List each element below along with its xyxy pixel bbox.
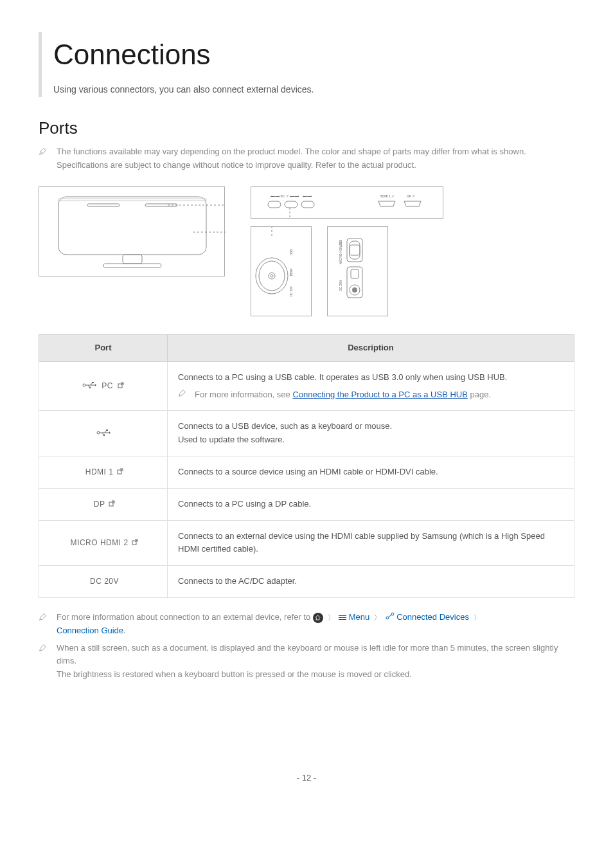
svg-rect-4 — [87, 204, 120, 206]
table-row: PC Connects to a PC using a USB cable. I… — [39, 361, 574, 411]
page-title: Connections — [53, 32, 574, 77]
svg-rect-30 — [350, 245, 360, 255]
usb-icon — [82, 380, 96, 392]
svg-text:HDMI 1 ↗: HDMI 1 ↗ — [380, 194, 394, 198]
svg-text:DP ↗: DP ↗ — [407, 194, 414, 198]
pencil-icon — [39, 611, 48, 622]
svg-text:MICRO HDMI 2: MICRO HDMI 2 — [339, 242, 342, 264]
svg-point-20 — [271, 275, 273, 277]
svg-point-35 — [83, 384, 85, 386]
table-row: Connects to a USB device, such as a keyb… — [39, 411, 574, 457]
pencil-icon — [178, 389, 187, 401]
port-label: HDMI 1 — [85, 466, 114, 478]
external-icon — [117, 466, 123, 478]
table-row: DP Connects to a PC using a DP cable. — [39, 488, 574, 520]
svg-point-17 — [256, 258, 288, 294]
description-cell: Connects to an external device using the… — [168, 520, 574, 566]
intro-note: The functions available may vary dependi… — [39, 145, 574, 172]
svg-text:USB: USB — [290, 249, 293, 255]
port-cell: PC — [39, 361, 168, 411]
svg-rect-1 — [58, 199, 206, 201]
menu-icon — [339, 614, 346, 621]
port-label: DC 20V — [90, 575, 119, 588]
description-cell: Connects to the AC/DC adapter. — [168, 566, 574, 598]
desc-text: Connects to a PC using a USB cable. It o… — [178, 371, 564, 384]
desc-text: Connects to a USB device, such as a keyb… — [178, 420, 564, 433]
chevron-right-icon: 〉 — [328, 613, 335, 621]
title-block: Connections Using various connectors, yo… — [39, 32, 574, 97]
footer-note-2-text: When a still screen, such as a document,… — [57, 642, 574, 682]
svg-rect-34 — [351, 269, 359, 278]
bottom-power-diagram: USB HDMI DC 20V — [251, 226, 312, 316]
page-subtitle: Using various connectors, you can also c… — [53, 82, 574, 96]
svg-text:DC 20V: DC 20V — [290, 286, 293, 296]
ports-table: Port Description PC Connects to a PC usi… — [39, 334, 574, 598]
port-cell: DC 20V — [39, 566, 168, 598]
footer-note-2: When a still screen, such as a document,… — [39, 642, 574, 682]
note1-suffix: . — [123, 626, 126, 635]
svg-rect-31 — [347, 267, 362, 298]
description-cell: Connects to a source device using an HDM… — [168, 456, 574, 488]
port-label: DP — [94, 498, 105, 511]
usb-hub-link[interactable]: Connecting the Product to a PC as a USB … — [292, 390, 467, 399]
note2-line2: The brightness is restored when a keyboa… — [57, 668, 574, 682]
table-row: HDMI 1 Connects to a source device using… — [39, 456, 574, 488]
page-number: - 12 - — [39, 772, 574, 785]
svg-rect-46 — [106, 429, 108, 431]
side-ports-diagram: USB MICRO HDMI 2 DC 20V — [327, 226, 388, 316]
table-header-port: Port — [39, 334, 168, 361]
note1-prefix: For more information about connection to… — [57, 612, 313, 622]
connected-devices-label: Connected Devices — [396, 612, 469, 622]
usb-icon — [96, 428, 111, 440]
svg-point-42 — [97, 431, 100, 434]
svg-text:⟵⟶ PC ↗: ⟵⟶ PC ↗ — [271, 194, 289, 198]
description-cell: Connects to a USB device, such as a keyb… — [168, 411, 574, 457]
port-cell — [39, 411, 168, 457]
chevron-right-icon: 〉 — [374, 613, 381, 621]
svg-point-18 — [259, 261, 285, 291]
port-cell: DP — [39, 488, 168, 520]
port-label: PC — [102, 380, 113, 392]
table-header-description: Description — [168, 334, 574, 361]
description-cell: Connects to a PC using a USB cable. It o… — [168, 361, 574, 411]
svg-text:HDMI: HDMI — [290, 268, 293, 276]
connection-guide-label: Connection Guide — [57, 626, 123, 635]
footer-note-1-text: For more information about connection to… — [57, 611, 483, 638]
table-row: MICRO HDMI 2 Connects to an external dev… — [39, 520, 574, 566]
svg-point-19 — [269, 273, 275, 279]
desc-subnote: For more information, see Connecting the… — [195, 388, 491, 402]
monitor-diagram — [39, 186, 225, 276]
svg-rect-39 — [92, 382, 94, 383]
svg-rect-2 — [123, 255, 142, 264]
footer-note-1: For more information about connection to… — [39, 611, 574, 638]
port-cell: HDMI 1 — [39, 456, 168, 488]
menu-label: Menu — [349, 612, 370, 622]
intro-note-text: The functions available may vary dependi… — [57, 145, 574, 172]
svg-text:DC 20V: DC 20V — [339, 280, 342, 291]
description-cell: Connects to a PC using a DP cable. — [168, 488, 574, 520]
connected-devices-icon — [386, 611, 395, 624]
section-heading-ports: Ports — [39, 115, 574, 142]
svg-rect-12 — [285, 201, 298, 208]
pencil-icon — [39, 642, 48, 653]
note2-line1: When a still screen, such as a document,… — [57, 642, 574, 669]
external-icon — [118, 380, 124, 392]
port-label: MICRO HDMI 2 — [71, 537, 129, 549]
subnote-prefix: For more information, see — [195, 390, 292, 399]
chevron-right-icon: 〉 — [474, 613, 481, 621]
top-ports-diagram: ⟵⟶ PC ↗ ⟵⟶ ⟵⟶ HDMI 1 ↗ DP ↗ — [251, 186, 443, 219]
external-icon — [109, 498, 115, 511]
svg-line-53 — [388, 615, 391, 617]
pencil-icon — [39, 145, 48, 157]
svg-point-33 — [352, 287, 357, 293]
svg-text:⟵⟶: ⟵⟶ — [290, 194, 299, 198]
svg-text:⟵⟶: ⟵⟶ — [303, 194, 312, 198]
table-row: DC 20V Connects to the AC/DC adapter. — [39, 566, 574, 598]
svg-rect-13 — [301, 201, 314, 208]
subnote-suffix: page. — [468, 390, 491, 399]
desc-text-2: Used to update the software. — [178, 433, 564, 447]
port-diagrams: ⟵⟶ PC ↗ ⟵⟶ ⟵⟶ HDMI 1 ↗ DP ↗ — [39, 186, 574, 316]
svg-rect-11 — [268, 201, 281, 208]
svg-rect-3 — [103, 264, 161, 267]
port-cell: MICRO HDMI 2 — [39, 520, 168, 566]
